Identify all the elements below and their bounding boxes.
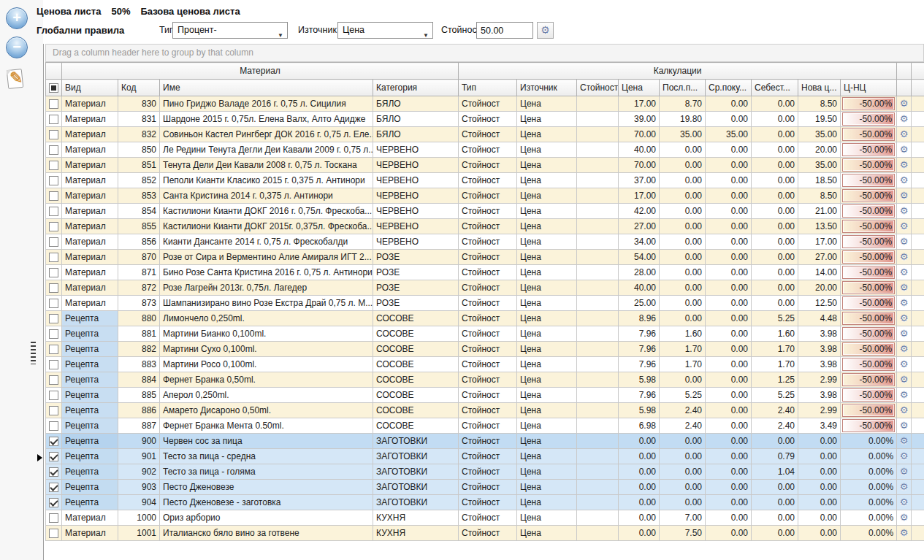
row-gear-icon[interactable]: ⚙ xyxy=(900,481,909,492)
row-checkbox[interactable] xyxy=(49,237,58,247)
column-header-value[interactable]: Стойност xyxy=(577,80,619,96)
table-row[interactable]: Материал832Совиньон Кастел Рингберг ДОК … xyxy=(46,127,924,142)
row-checkbox[interactable] xyxy=(49,268,58,277)
row-checkbox[interactable] xyxy=(49,391,58,400)
group-header-calculations[interactable]: Калкулации xyxy=(459,63,897,80)
row-checkbox[interactable] xyxy=(49,498,58,507)
row-gear-icon[interactable]: ⚙ xyxy=(900,389,909,400)
column-header-price[interactable]: Цена xyxy=(619,80,660,96)
row-gear-icon[interactable]: ⚙ xyxy=(900,404,909,415)
row-gear-icon[interactable]: ⚙ xyxy=(900,374,909,385)
row-checkbox[interactable] xyxy=(49,329,58,339)
row-gear-icon[interactable]: ⚙ xyxy=(900,358,909,369)
table-row[interactable]: Материал872Розе Лагрейн 2013г. 0,75л. Ла… xyxy=(46,280,924,296)
row-checkbox[interactable] xyxy=(49,99,58,109)
row-checkbox[interactable] xyxy=(49,253,58,262)
row-gear-icon[interactable]: ⚙ xyxy=(900,98,909,109)
table-row[interactable]: Рецепта884Фернет Бранка 0,50ml.СОСОВЕСто… xyxy=(46,372,924,388)
table-row[interactable]: Материал850Ле Редини Тенута Дегли Деи Ка… xyxy=(46,142,924,158)
table-row[interactable]: Материал853Санта Кристина 2014 г. 0,375 … xyxy=(46,188,924,204)
row-gear-icon[interactable]: ⚙ xyxy=(900,129,909,139)
table-row[interactable]: Материал1001Италианско бяло вино за готв… xyxy=(46,526,924,541)
table-row[interactable]: Материал1000Ориз арбориоКУХНЯСтойностЦен… xyxy=(46,510,924,526)
table-row[interactable]: Материал854Кастилиони Кианти ДОКГ 2016 г… xyxy=(46,204,924,219)
row-gear-icon[interactable]: ⚙ xyxy=(900,220,909,231)
column-header-avg-purchase[interactable]: Ср.поку... xyxy=(706,80,752,96)
table-row[interactable]: Материал873Шампанизирано вино Розе Екстр… xyxy=(46,296,924,311)
row-checkbox[interactable] xyxy=(49,145,58,155)
row-checkbox[interactable] xyxy=(49,437,58,446)
row-checkbox[interactable] xyxy=(49,176,58,185)
row-gear-icon[interactable]: ⚙ xyxy=(900,312,909,323)
table-row[interactable]: Рецепта883Мартини Росо 0,100ml.СОСОВЕСто… xyxy=(46,357,924,372)
row-gear-icon[interactable]: ⚙ xyxy=(900,159,909,170)
row-checkbox[interactable] xyxy=(49,513,58,523)
row-checkbox[interactable] xyxy=(49,191,58,201)
column-header-last-purchase[interactable]: Посл.п... xyxy=(660,80,706,96)
row-gear-icon[interactable]: ⚙ xyxy=(900,512,909,523)
row-gear-icon[interactable]: ⚙ xyxy=(900,496,909,507)
column-header-cost[interactable]: Себест... xyxy=(752,80,798,96)
table-row[interactable]: Рецепта901Тесто за пица - среднаЗАГОТОВК… xyxy=(46,449,924,464)
table-row[interactable]: Материал851Тенута Дели Деи Кавали 2008 г… xyxy=(46,158,924,173)
column-header-code[interactable]: Код xyxy=(118,80,160,96)
column-header-vid[interactable]: Вид xyxy=(62,80,118,96)
row-gear-icon[interactable]: ⚙ xyxy=(900,328,909,339)
table-row[interactable]: Рецепта885Аперол 0,250ml.СОСОВЕСтойностЦ… xyxy=(46,388,924,403)
table-row[interactable]: Рецепта902Тесто за пица - голямаЗАГОТОВК… xyxy=(46,464,924,480)
row-checkbox[interactable] xyxy=(49,115,58,124)
grouping-bar[interactable]: Drag a column header here to group by th… xyxy=(45,44,924,62)
row-checkbox[interactable] xyxy=(49,467,58,477)
splitter-grip-icon[interactable] xyxy=(31,342,36,364)
row-gear-icon[interactable]: ⚙ xyxy=(900,236,909,247)
group-header-material[interactable]: Материал xyxy=(62,63,459,80)
table-row[interactable]: Рецепта886Амарето Дисароно 0,50ml.СОСОВЕ… xyxy=(46,403,924,418)
table-row[interactable]: Материал852Пеполи Кианти Класико 2015 г.… xyxy=(46,173,924,188)
table-row[interactable]: Материал855Кастилиони Кианти ДОКГ 2015г.… xyxy=(46,219,924,234)
row-gear-icon[interactable]: ⚙ xyxy=(900,174,909,185)
table-row[interactable]: Материал831Шардоне 2015 г. 0,75л. Елена … xyxy=(46,112,924,127)
column-header-name[interactable]: Име xyxy=(160,80,373,96)
row-gear-icon[interactable]: ⚙ xyxy=(900,266,909,277)
row-gear-icon[interactable]: ⚙ xyxy=(900,466,909,477)
row-checkbox[interactable] xyxy=(49,483,58,492)
row-checkbox[interactable] xyxy=(49,421,58,431)
panel-splitter[interactable] xyxy=(43,44,44,560)
row-checkbox[interactable] xyxy=(49,283,58,293)
table-row[interactable]: Рецепта881Мартини Бианко 0,100ml.СОСОВЕС… xyxy=(46,326,924,342)
row-gear-icon[interactable]: ⚙ xyxy=(900,190,909,201)
row-gear-icon[interactable]: ⚙ xyxy=(900,297,909,308)
row-gear-icon[interactable]: ⚙ xyxy=(900,113,909,124)
row-gear-icon[interactable]: ⚙ xyxy=(900,420,909,431)
column-header-type[interactable]: Тип xyxy=(459,80,517,96)
row-gear-icon[interactable]: ⚙ xyxy=(900,527,909,538)
row-checkbox[interactable] xyxy=(49,375,58,385)
table-row[interactable]: Материал830Пино Гриджо Валаде 2016 г. 0,… xyxy=(46,96,924,112)
apply-rules-gear-button[interactable]: ⚙ xyxy=(537,22,554,39)
table-row[interactable]: Материал870Розе от Сира и Верментино Али… xyxy=(46,250,924,265)
row-gear-icon[interactable]: ⚙ xyxy=(900,435,909,446)
value-input[interactable] xyxy=(476,22,533,39)
table-row[interactable]: Рецепта903Песто ДженовезеЗАГОТОВКИСтойно… xyxy=(46,480,924,495)
table-row[interactable]: Рецепта887Фернет Бранка Мента 0.50ml.СОС… xyxy=(46,418,924,434)
row-gear-icon[interactable]: ⚙ xyxy=(900,251,909,262)
type-dropdown[interactable]: Процент- ▼ xyxy=(172,22,288,39)
column-header-source[interactable]: Източник xyxy=(517,80,577,96)
row-checkbox[interactable] xyxy=(49,207,58,216)
column-header-category[interactable]: Категория xyxy=(373,80,459,96)
row-checkbox[interactable] xyxy=(49,314,58,323)
row-checkbox[interactable] xyxy=(49,406,58,415)
source-dropdown[interactable]: Цена ▼ xyxy=(337,22,433,39)
select-all-checkbox[interactable] xyxy=(49,83,58,93)
row-checkbox[interactable] xyxy=(49,452,58,461)
row-checkbox[interactable] xyxy=(49,222,58,231)
column-header-new-price[interactable]: Нова ц... xyxy=(798,80,841,96)
table-row[interactable]: Рецепта880Лимончело 0,250ml.СОСОВЕСтойно… xyxy=(46,311,924,326)
column-header-delta[interactable]: Ц-НЦ xyxy=(841,80,897,96)
table-row[interactable]: Рецепта882Мартини Сухо 0,100ml.СОСОВЕСто… xyxy=(46,342,924,357)
edit-button[interactable]: ✎ xyxy=(5,66,28,91)
row-gear-icon[interactable]: ⚙ xyxy=(900,205,909,216)
row-gear-icon[interactable]: ⚙ xyxy=(900,450,909,461)
row-checkbox[interactable] xyxy=(49,345,58,354)
table-row[interactable]: Рецепта900Червен сос за пицаЗАГОТОВКИСто… xyxy=(46,434,924,449)
